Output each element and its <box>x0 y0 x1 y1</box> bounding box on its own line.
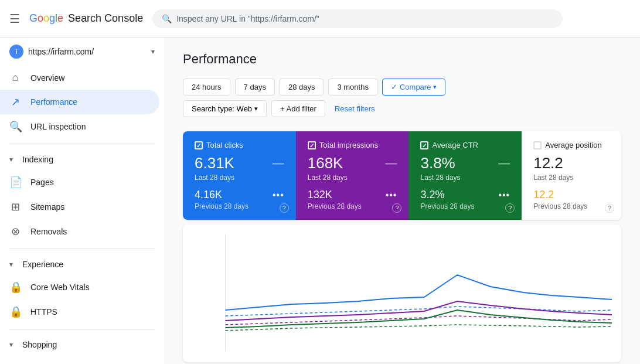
metric-value-text-clicks: 6.31K <box>195 154 234 172</box>
filter-24h-button[interactable]: 24 hours <box>183 79 230 96</box>
metric-prev-period-impressions: Previous 28 days <box>308 202 397 210</box>
metric-checkbox-impressions[interactable] <box>308 141 316 149</box>
product-name: Search Console <box>68 12 143 25</box>
metric-period-clicks: Last 28 days <box>195 174 284 182</box>
metric-dash-ctr[interactable]: — <box>498 157 510 170</box>
metric-value-text-impressions: 168K <box>308 154 343 172</box>
compare-arrow-icon: ▾ <box>433 83 437 91</box>
metric-help-position[interactable]: ? <box>605 203 614 213</box>
sidebar-item-https[interactable]: 🔒 HTTPS <box>0 300 159 324</box>
chevron-down-icon-3: ▾ <box>9 341 13 349</box>
metric-card-total-clicks: Total clicks 6.31K — Last 28 days 4.16K … <box>183 131 296 220</box>
sidebar-item-product-snippets[interactable]: ◈ Product snippets <box>0 355 159 364</box>
sidebar-item-label: Overview <box>30 73 64 83</box>
topbar: ☰ Google Search Console 🔍 Inspect any UR… <box>0 0 640 38</box>
metric-header-impressions: Total impressions <box>308 141 397 149</box>
metric-prev-text-impressions: 132K <box>308 189 332 201</box>
metric-value-text-ctr: 3.8% <box>420 154 455 172</box>
sidebar-item-label: HTTPS <box>30 307 57 317</box>
add-filter-button[interactable]: + Add filter <box>271 100 325 117</box>
page-title: Performance <box>183 52 621 67</box>
filter-7d-button[interactable]: 7 days <box>235 79 275 96</box>
sidebar-item-core-web-vitals[interactable]: 🔒 Core Web Vitals <box>0 275 159 300</box>
metric-value-text-position: 12.2 <box>533 154 563 172</box>
experience-section-label: Experience <box>22 260 63 269</box>
filter-right: Search type: Web ▾ + Add filter Reset fi… <box>183 100 380 117</box>
metric-label-clicks: Total clicks <box>206 141 243 149</box>
hamburger-icon[interactable]: ☰ <box>9 12 20 26</box>
metric-prev-value-clicks: 4.16K ••• <box>195 189 284 201</box>
metric-prev-value-impressions: 132K ••• <box>308 189 397 201</box>
site-favicon: i <box>9 45 23 59</box>
chevron-down-icon: ▾ <box>9 155 13 164</box>
metric-dots-clicks[interactable]: ••• <box>273 190 284 200</box>
chart-container <box>183 224 621 362</box>
metric-checkbox-clicks[interactable] <box>195 141 203 149</box>
filter-28d-button[interactable]: 28 days <box>280 79 324 96</box>
metric-dash-clicks[interactable]: — <box>273 157 284 170</box>
inspect-icon: 🔍 <box>9 120 21 133</box>
core-web-vitals-icon: 🔒 <box>9 281 21 294</box>
indexing-section-header[interactable]: ▾ Indexing <box>0 149 164 170</box>
pages-icon: 📄 <box>9 176 21 189</box>
experience-section-header[interactable]: ▾ Experience <box>0 254 164 275</box>
site-selector[interactable]: i https://irfarm.com/ ▾ <box>0 38 164 66</box>
search-type-arrow-icon: ▾ <box>254 105 258 113</box>
metric-prev-text-clicks: 4.16K <box>195 189 222 201</box>
chevron-down-icon-2: ▾ <box>9 260 13 268</box>
shopping-section-header[interactable]: ▾ Shopping <box>0 334 164 355</box>
metric-card-average-ctr: Average CTR 3.8% — Last 28 days 3.2% •••… <box>408 131 522 220</box>
sidebar-item-url-inspection[interactable]: 🔍 URL inspection <box>0 114 159 139</box>
metric-checkbox-ctr[interactable] <box>420 141 428 149</box>
metric-prev-period-position: Previous 28 days <box>533 202 610 210</box>
filter-3m-button[interactable]: 3 months <box>328 79 377 96</box>
sidebar-item-label: Pages <box>30 178 54 187</box>
search-type-button[interactable]: Search type: Web ▾ <box>183 100 267 117</box>
url-search-bar[interactable]: 🔍 Inspect any URL in "https://irfarm.com… <box>152 9 563 28</box>
metric-value-impressions: 168K — <box>308 154 397 172</box>
compare-label: Compare <box>400 83 431 91</box>
metric-period-ctr: Last 28 days <box>420 174 510 182</box>
sidebar-item-overview[interactable]: ⌂ Overview <box>0 66 159 90</box>
metric-checkbox-position[interactable] <box>533 141 542 149</box>
metric-label-ctr: Average CTR <box>432 141 478 149</box>
sidebar-item-performance[interactable]: ↗ Performance <box>0 90 159 114</box>
site-url: https://irfarm.com/ <box>28 47 147 56</box>
sidebar-item-removals[interactable]: ⊗ Removals <box>0 219 159 244</box>
metric-prev-value-position: 12.2 <box>533 189 610 201</box>
sidebar: i https://irfarm.com/ ▾ ⌂ Overview ↗ Per… <box>0 38 164 364</box>
metric-help-ctr[interactable]: ? <box>505 203 515 213</box>
metric-label-impressions: Total impressions <box>319 141 378 149</box>
metric-prev-text-ctr: 3.2% <box>420 189 444 201</box>
removals-icon: ⊗ <box>9 225 21 238</box>
metric-dots-impressions[interactable]: ••• <box>386 190 397 200</box>
compare-button[interactable]: ✓ Compare ▾ <box>382 79 445 96</box>
performance-icon: ↗ <box>9 96 21 108</box>
metric-header-ctr: Average CTR <box>420 141 510 149</box>
sidebar-item-label: Core Web Vitals <box>30 283 90 292</box>
search-icon: 🔍 <box>162 14 172 23</box>
sidebar-item-sitemaps[interactable]: ⊞ Sitemaps <box>0 195 159 219</box>
metric-dots-ctr[interactable]: ••• <box>498 190 510 200</box>
reset-filters-button[interactable]: Reset filters <box>330 100 380 117</box>
nav-divider-1 <box>9 144 155 144</box>
performance-chart <box>192 234 612 351</box>
metric-help-clicks[interactable]: ? <box>280 203 289 213</box>
main-content: Performance 24 hours 7 days 28 days 3 mo… <box>164 38 640 364</box>
sidebar-item-pages[interactable]: 📄 Pages <box>0 170 159 195</box>
metric-dash-impressions[interactable]: — <box>385 157 397 170</box>
metric-prev-period-clicks: Previous 28 days <box>195 202 284 210</box>
metric-help-impressions[interactable]: ? <box>392 203 401 213</box>
metric-header-position: Average position <box>533 141 610 149</box>
metric-period-position: Last 28 days <box>533 174 610 182</box>
metric-prev-text-position: 12.2 <box>533 189 554 201</box>
metric-value-ctr: 3.8% — <box>420 154 510 172</box>
metric-label-position: Average position <box>545 141 602 149</box>
sitemaps-icon: ⊞ <box>9 200 21 213</box>
nav-divider-3 <box>9 329 155 329</box>
sidebar-item-label: Sitemaps <box>30 202 64 212</box>
metric-card-total-impressions: Total impressions 168K — Last 28 days 13… <box>296 131 409 220</box>
metric-card-average-position: Average position 12.2 Last 28 days 12.2 … <box>522 131 621 220</box>
site-dropdown-arrow[interactable]: ▾ <box>151 47 155 56</box>
topbar-logo: Google Search Console <box>29 12 143 25</box>
